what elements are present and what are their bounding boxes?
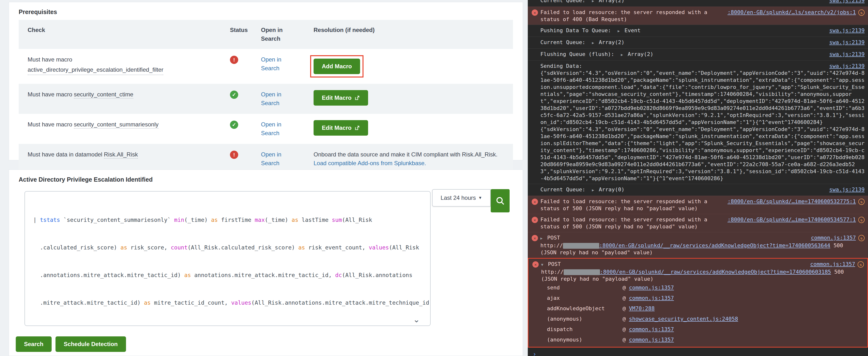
open-in-search-link[interactable]: Open in Search (261, 55, 290, 73)
table-header-row: Check Status Open in Search Resolution (… (19, 20, 513, 49)
expander-icon[interactable]: ▶ (592, 0, 594, 3)
stack-frame: ajax@ common.js:1357 (541, 293, 864, 303)
macro-name: active_directory_privilege_escalation_id… (28, 65, 163, 75)
detection-actions: Search Schedule Detection (16, 336, 126, 352)
expander-icon[interactable]: ▶ (621, 53, 623, 57)
edit-macro-button[interactable]: Edit Macro (314, 90, 368, 106)
error-icon: ✕ (532, 235, 538, 241)
expander-icon[interactable]: ▶ (540, 236, 542, 240)
detection-title: Active Directory Privilege Escalation Id… (9, 170, 523, 188)
network-request-icon[interactable]: ⇅ (858, 9, 865, 16)
error-status-text: status of 500 (JSON reply had no "payloa… (540, 223, 865, 230)
redacted-host (564, 269, 600, 275)
network-request-icon[interactable]: ⇅ (858, 199, 865, 205)
run-search-button[interactable] (491, 189, 509, 213)
console-log-row: swa.js:2139 Flushing Queue (flush): ▶ Ar… (528, 48, 868, 60)
error-icon: ✕ (532, 217, 538, 223)
source-link[interactable]: swa.js:2139 (829, 0, 865, 3)
search-button[interactable]: Search (16, 336, 52, 352)
at-symbol: @ (622, 316, 629, 322)
error-status-text: status of 500 (JSON reply had no "payloa… (540, 205, 865, 212)
console-log-row: swa.js:2139 Current Queue: ▶ Array(0) (528, 184, 868, 196)
stack-source-link[interactable]: common.js:1357 (629, 336, 674, 343)
source-link[interactable]: common.js:1357 (811, 235, 856, 241)
stack-source-link[interactable]: VM70:288 (629, 305, 655, 312)
column-header-status: Status (230, 26, 261, 34)
console-log-row: swa.js:2139 Pushing Data To Queue: ▶ Eve… (528, 25, 868, 37)
open-in-search-link[interactable]: Open in Search (261, 150, 290, 168)
stack-source-link[interactable]: showcase_security_content.js:24058 (629, 316, 738, 322)
console-post-error-row-expanded: ✕ common.js:1357⇅ ▼ POST http://:8000/en… (528, 258, 868, 348)
console-prompt[interactable]: › (528, 348, 868, 356)
stack-frame: (anonymous)@ showcase_security_content.j… (541, 314, 864, 324)
check-text: Must have macro (28, 121, 74, 128)
source-link[interactable]: swa.js:2139 (829, 187, 865, 193)
magnifier-icon (495, 196, 505, 205)
chevron-down-icon[interactable]: ⌄ (413, 315, 420, 324)
source-link[interactable]: swa.js:2139 (829, 27, 865, 33)
expander-icon[interactable]: ▶ (592, 188, 594, 192)
expander-icon[interactable]: ▶ (618, 29, 620, 33)
error-detail: (JSON reply had no "payload" value) (541, 276, 864, 282)
stack-frame: send@ common.js:1357 (541, 282, 864, 293)
open-in-search-link[interactable]: Open in Search (261, 120, 290, 137)
resource-link[interactable]: :8000/en-GB/splunkd/…ime=1740600534577:1 (727, 217, 856, 223)
open-in-search-link[interactable]: Open in Search (261, 90, 290, 107)
schedule-detection-button[interactable]: Schedule Detection (56, 336, 126, 352)
macro-name: security_content_ctime (74, 91, 133, 99)
time-range-picker[interactable]: Last 24 hours ▼ (432, 189, 491, 206)
request-url-link[interactable]: :8000/en-GB/splunkd/__raw/services/addKn… (600, 269, 831, 275)
console-error-row: ✕ :8000/en-GB/splunkd/…ime=1740600532775… (528, 196, 868, 214)
resource-link[interactable]: :8000/en-GB/splunkd/…ime=1740600532775:1 (727, 198, 856, 204)
console-log-row: swa.js:2139 Sending Data: {"sdkVersion":… (528, 60, 868, 184)
http-status: 500 (834, 242, 843, 249)
stack-frame: addKnowledgeObject@ VM70:288 (541, 303, 864, 314)
datamodel-name: Risk.All_Risk (104, 151, 138, 159)
at-symbol: @ (622, 285, 629, 291)
detection-card: Active Directory Privilege Escalation Id… (9, 169, 523, 356)
table-row: Must have macro security_content_summari… (19, 114, 513, 144)
error-icon: ✕ (532, 199, 538, 205)
request-url-link[interactable]: :8000/en-GB/splunkd/__raw/services/addKn… (599, 242, 831, 249)
console-error-row: ✕ :8000/en-GB/splunkd/…ime=1740600534577… (528, 214, 868, 232)
add-macro-button[interactable]: Add Macro (314, 59, 360, 74)
table-row: Must have macro active_directory_privile… (19, 49, 513, 84)
source-link[interactable]: swa.js:2139 (829, 51, 865, 57)
spl-query-text: | tstats `security_content_summariesonly… (25, 192, 430, 326)
collapse-icon[interactable]: ▼ (541, 262, 543, 267)
at-symbol: @ (622, 336, 629, 343)
console-log-row: swa.js:2139 Current Queue: ▶ Array(2) (528, 0, 868, 6)
console-error-row: ✕ :8000/en-GB/splunkd/…ls/search/v2/jobs… (528, 6, 868, 25)
stack-source-link[interactable]: common.js:1357 (629, 285, 674, 291)
macro-name: security_content_summariesonly (74, 121, 159, 129)
screen: Prerequisites Check Status Open in Searc… (0, 0, 868, 356)
caret-down-icon: ▼ (478, 196, 482, 200)
spl-query-editor[interactable]: | tstats `security_content_summariesonly… (25, 191, 431, 326)
status-ok-icon: ✓ (230, 121, 238, 129)
stack-source-link[interactable]: common.js:1357 (629, 326, 674, 332)
stack-source-link[interactable]: common.js:1357 (629, 295, 674, 301)
at-symbol: @ (622, 326, 629, 332)
column-header-open: Open in Search (261, 26, 314, 43)
source-link[interactable]: common.js:1357 (810, 261, 855, 267)
status-error-icon: ! (230, 151, 238, 159)
resource-link[interactable]: :8000/en-GB/splunkd/…ls/search/v2/jobs:1 (727, 9, 856, 15)
external-link-icon (354, 125, 360, 131)
devtools-console: swa.js:2139 Current Queue: ▶ Array(2) ✕ … (528, 0, 868, 356)
check-text: Must have data in datamodel (28, 151, 104, 158)
table-row: Must have macro security_content_ctime ✓… (19, 84, 513, 114)
edit-macro-button[interactable]: Edit Macro (314, 120, 368, 136)
splunkbase-link[interactable]: Load compatible Add-ons from Splunkbase. (314, 160, 426, 166)
telemetry-payload: {"sdkVersion":"4.3","osVersion":"0","eve… (540, 126, 865, 182)
prerequisites-title: Prerequisites (9, 2, 523, 20)
source-link[interactable]: swa.js:2139 (829, 39, 865, 45)
url-scheme: http:// (540, 242, 563, 249)
network-request-icon[interactable]: ⇅ (858, 235, 865, 241)
console-log-row: swa.js:2139 Current Queue: ▶ Array(2) (528, 37, 868, 48)
expander-icon[interactable]: ▶ (592, 41, 594, 45)
network-request-icon[interactable]: ⇅ (858, 261, 864, 268)
source-link[interactable]: swa.js:2139 (829, 63, 865, 69)
column-header-resolution: Resolution (if needed) (314, 26, 513, 34)
prerequisites-card: Prerequisites Check Status Open in Searc… (9, 2, 523, 160)
network-request-icon[interactable]: ⇅ (858, 217, 865, 223)
